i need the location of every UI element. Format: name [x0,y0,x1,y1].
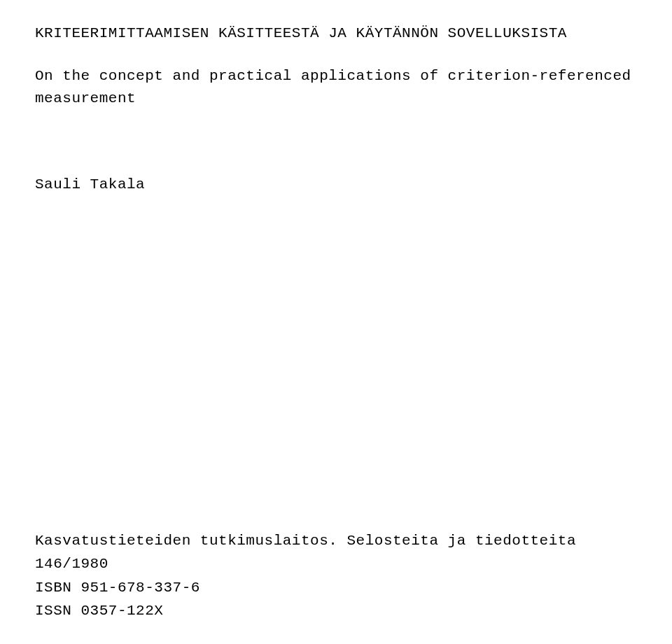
document-footer: Kasvatustieteiden tutkimuslaitos. Selost… [35,529,637,623]
document-subtitle: On the concept and practical application… [35,65,637,111]
document-author: Sauli Takala [35,174,637,197]
document-title: KRITEERIMITTAAMISEN KÄSITTEESTÄ JA KÄYTÄ… [35,22,637,46]
subtitle-line-1: On the concept and practical application… [35,65,637,88]
issn-line: ISSN 0357-122X [35,599,637,623]
subtitle-line-2: measurement [35,88,637,111]
publisher-line: Kasvatustieteiden tutkimuslaitos. Selost… [35,529,637,576]
isbn-line: ISBN 951-678-337-6 [35,576,637,600]
